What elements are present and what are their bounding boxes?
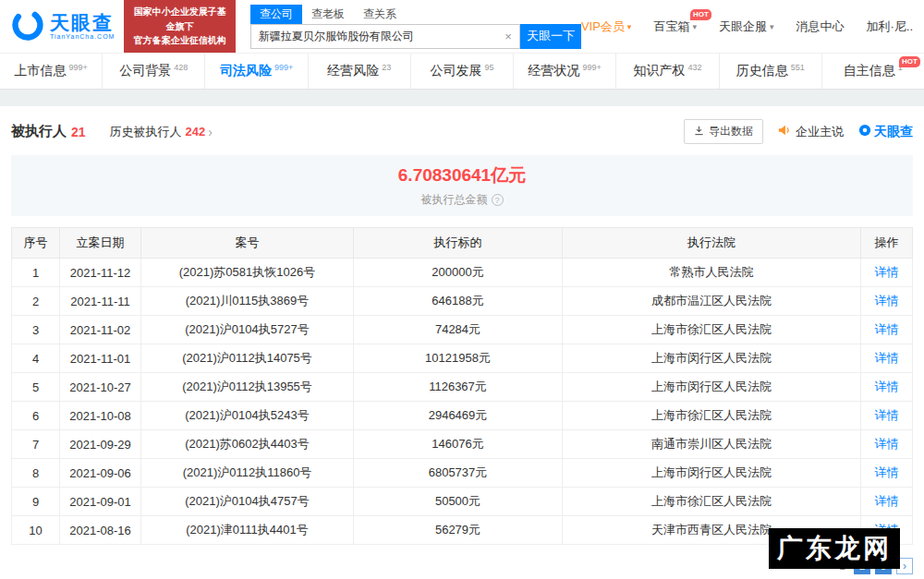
section-title: 被执行人 [11,123,67,140]
table-cell: 646188元 [354,287,563,316]
menu-item-3[interactable]: 消息中心 [796,18,844,35]
table-row: 42021-11-01(2021)沪0112执14075号10121958元上海… [12,344,913,373]
menu-item-1[interactable]: 百宝箱▾HOT [653,18,697,35]
menu-item-0[interactable]: VIP会员▾ [581,18,632,35]
table-row: 32021-11-02(2021)沪0104执5727号74284元上海市徐汇区… [12,316,913,344]
megaphone-icon [778,124,791,139]
chevron-down-icon: ▾ [770,22,774,31]
owner-say-link[interactable]: 企业主说 [778,124,844,140]
menu-item-2[interactable]: 天眼企服▾ [719,18,774,35]
table-cell: 2021-10-27 [60,373,141,402]
logo-title: 天眼查 [50,13,115,33]
brand-label: 天眼查 [874,124,913,140]
table-cell: 上海市闵行区人民法院 [563,373,861,402]
nav-tab-1[interactable]: 公司背景428 [103,54,205,89]
history-label: 历史被执行人 [110,124,182,140]
menu-item-4[interactable]: 加利·尼.. [866,18,913,35]
table-cell: (2021)沪0112执14075号 [141,344,354,373]
nav-tab-count: 551 [791,63,805,72]
search-tab-0[interactable]: 查公司 [250,5,302,24]
detail-link[interactable]: 详情 [875,351,899,365]
table-cell: 上海市闵行区人民法院 [563,459,861,488]
nav-tab-2[interactable]: 司法风险999+ [205,54,308,89]
table-cell: (2021)苏0581执恢1026号 [141,259,354,287]
detail-link[interactable]: 详情 [875,380,899,393]
nav-tab-4[interactable]: 公司发展95 [411,54,514,89]
nav-tab-0[interactable]: 上市信息999+ [0,54,103,89]
detail-link[interactable]: 详情 [875,437,899,451]
table-cell: 2021-08-16 [60,516,141,545]
gov-badge-line1: 国家中小企业发展子基金旗下 [130,5,228,33]
table-cell: 2021-10-08 [60,402,141,430]
chevron-down-icon: ▾ [692,22,697,31]
nav-tab-label: 公司背景 [119,63,171,79]
menu-item-label: 加利·尼.. [866,18,913,35]
column-header: 立案日期 [60,228,141,259]
table-cell: (2021)苏0602执4403号 [141,430,354,459]
table-cell: 9 [12,488,60,516]
detail-link[interactable]: 详情 [875,408,899,422]
table-cell: 3 [12,316,60,344]
detail-link[interactable]: 详情 [875,322,899,336]
table-header-row: 序号立案日期案号执行标的执行法院操作 [12,228,913,259]
table-cell: 上海市闵行区人民法院 [563,344,861,373]
table-cell: 2946469元 [354,402,563,430]
nav-tab-3[interactable]: 经营风险23 [309,54,411,89]
detail-link[interactable]: 详情 [875,265,899,279]
background-strip [0,90,924,106]
nav-tab-8[interactable]: 自主信息1HOT [822,54,924,89]
table-cell: 2 [12,287,60,316]
detail-link[interactable]: 详情 [875,465,899,479]
logo-subtitle: TianYanCha.COM [50,33,115,40]
table-cell: 2021-09-06 [60,459,141,488]
action-cell: 详情 [861,316,913,344]
tianyancha-logo[interactable]: 天眼查 TianYanCha.COM [11,8,115,45]
clear-icon[interactable]: × [497,30,519,43]
action-cell: 详情 [861,402,913,430]
nav-bar: 上市信息999+公司背景428司法风险999+经营风险23公司发展95经营状况9… [0,53,924,90]
export-data-button[interactable]: 导出数据 [684,119,763,144]
executed-table: 序号立案日期案号执行标的执行法院操作 12021-11-12(2021)苏058… [11,227,913,545]
history-executed-link[interactable]: 历史被执行人 242 › [110,124,213,140]
nav-tab-label: 司法风险 [220,63,272,79]
nav-tab-label: 公司发展 [430,63,481,79]
table-cell: 2021-11-01 [60,344,141,373]
search-button[interactable]: 天眼一下 [520,24,581,49]
detail-link[interactable]: 详情 [875,494,899,508]
search-tabs: 查公司查老板查关系 [250,5,581,24]
column-header: 序号 [12,228,60,259]
nav-tab-count: 428 [174,63,188,72]
column-header: 执行标的 [354,228,563,259]
table-cell: (2021)沪0112执13955号 [141,373,354,402]
nav-tab-count: 999+ [583,63,602,72]
search-tab-2[interactable]: 查关系 [354,5,406,24]
nav-tab-6[interactable]: 知识产权432 [616,54,719,89]
search-input[interactable] [251,30,497,42]
table-cell: 2021-11-02 [60,316,141,344]
nav-tab-label: 自主信息 [844,63,895,79]
column-header: 案号 [141,228,354,259]
nav-tab-7[interactable]: 历史信息551 [720,54,822,89]
search-box: × [250,24,520,49]
table-cell: 8 [12,459,60,488]
search-row: × 天眼一下 [250,24,581,49]
table-cell: (2021)川0115执3869号 [141,287,354,316]
table-cell: 200000元 [354,259,563,287]
main-content: 被执行人 21 历史被执行人 242 › 导出数据 企业主说 [0,106,924,574]
total-executed-amount: 6.70830641亿元 [398,163,526,187]
table-cell: 10121958元 [354,344,563,373]
table-cell: 6 [12,402,60,430]
table-cell: 74284元 [354,316,563,344]
table-cell: (2021)沪0104执5727号 [141,316,354,344]
nav-tab-5[interactable]: 经营状况999+ [514,54,616,89]
detail-link[interactable]: 详情 [875,294,899,308]
hot-badge: HOT [690,9,711,20]
table-cell: 2021-09-01 [60,488,141,516]
search-tab-1[interactable]: 查老板 [302,5,354,24]
table-cell: 2021-11-12 [60,259,141,287]
top-menu: VIP会员▾百宝箱▾HOT天眼企服▾消息中心加利·尼.. [581,18,913,35]
table-cell: (2021)沪0112执11860号 [141,459,354,488]
tianyancha-logo-icon [11,8,44,45]
history-count: 242 [186,125,206,139]
info-icon[interactable]: ? [492,194,504,206]
